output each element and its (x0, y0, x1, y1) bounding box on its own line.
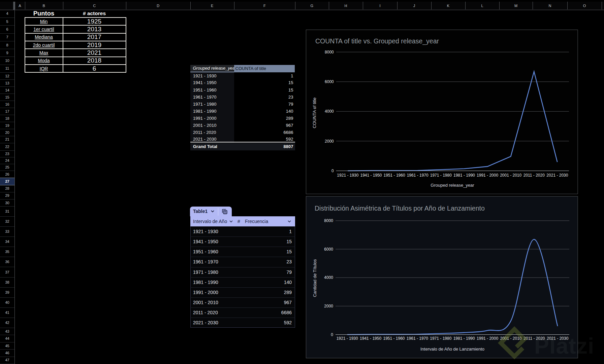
svg-text:Platzi: Platzi (534, 333, 594, 358)
